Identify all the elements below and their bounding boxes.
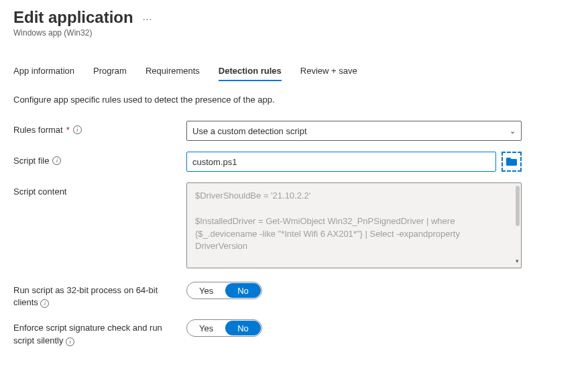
script-content-label: Script content <box>13 182 186 197</box>
page-title: Edit application <box>13 8 133 27</box>
chevron-down-icon: ⌄ <box>510 127 516 136</box>
run-32bit-label: Run script as 32-bit process on 64-bit c… <box>13 282 186 309</box>
rules-format-label: Rules format * i <box>13 121 186 135</box>
tab-detection-rules[interactable]: Detection rules <box>219 62 282 80</box>
run-32bit-no[interactable]: No <box>225 283 261 298</box>
script-file-input[interactable]: custom.ps1 <box>186 152 496 172</box>
enforce-sig-toggle: Yes No <box>186 319 262 337</box>
enforce-sig-no[interactable]: No <box>225 321 261 335</box>
tab-requirements[interactable]: Requirements <box>145 62 200 80</box>
tabs: App information Program Requirements Det… <box>13 62 575 80</box>
required-marker: * <box>66 125 70 135</box>
info-icon[interactable]: i <box>66 337 74 346</box>
info-icon[interactable]: i <box>73 125 82 134</box>
tab-program[interactable]: Program <box>93 62 127 80</box>
more-icon[interactable]: ··· <box>143 13 153 24</box>
tab-review-save[interactable]: Review + save <box>300 62 357 80</box>
folder-icon <box>506 158 517 166</box>
script-content-text: $DriverShouldBe = '21.10.2.2' $Installed… <box>195 191 463 268</box>
scrollbar-thumb[interactable] <box>516 186 520 226</box>
tab-app-information[interactable]: App information <box>13 62 74 80</box>
browse-file-button[interactable] <box>502 152 522 172</box>
script-file-value: custom.ps1 <box>192 157 237 167</box>
run-32bit-yes[interactable]: Yes <box>187 282 225 299</box>
rules-format-value: Use a custom detection script <box>192 126 307 136</box>
page-subtitle: Windows app (Win32) <box>13 28 575 38</box>
scroll-down-icon[interactable]: ▾ <box>516 257 519 266</box>
enforce-sig-label: Enforce script signature check and run s… <box>13 319 186 346</box>
run-32bit-toggle: Yes No <box>186 282 262 299</box>
info-icon[interactable]: i <box>52 156 61 165</box>
enforce-sig-yes[interactable]: Yes <box>187 320 225 336</box>
intro-text: Configure app specific rules used to det… <box>13 95 575 105</box>
script-content-box: $DriverShouldBe = '21.10.2.2' $Installed… <box>186 182 522 268</box>
info-icon[interactable]: i <box>40 299 49 308</box>
script-file-label: Script file i <box>13 152 186 166</box>
rules-format-select[interactable]: Use a custom detection script ⌄ <box>186 121 522 141</box>
